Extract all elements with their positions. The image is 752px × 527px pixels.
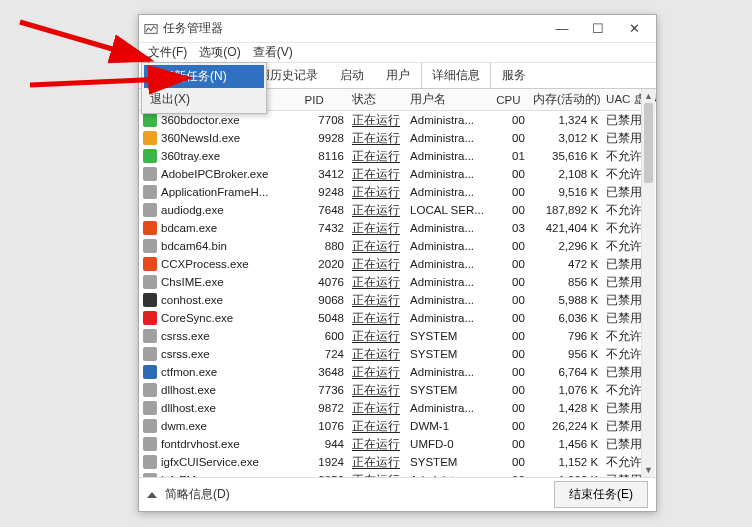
process-table-wrap: 名称 PID 状态 用户名 CPU 内存(活动的) UAC 虚拟化 360bdo… xyxy=(139,89,656,477)
process-name: 360bdoctor.exe xyxy=(161,112,240,128)
table-row[interactable]: ctfmon.exe3648正在运行Administra...006,764 K… xyxy=(139,363,656,381)
process-mem: 856 K xyxy=(529,273,602,291)
minimize-button[interactable]: — xyxy=(544,17,580,41)
process-status: 正在运行 xyxy=(348,381,406,399)
process-name: audiodg.exe xyxy=(161,202,224,218)
end-task-button[interactable]: 结束任务(E) xyxy=(554,481,648,508)
tab-startup[interactable]: 启动 xyxy=(329,62,375,88)
simple-info-toggle[interactable]: 简略信息(D) xyxy=(165,486,546,503)
menu-run-new-task[interactable]: 运行新任务(N) xyxy=(144,65,264,88)
expand-up-icon[interactable] xyxy=(147,492,157,498)
process-cpu: 00 xyxy=(492,327,529,345)
process-status: 正在运行 xyxy=(348,471,406,477)
table-row[interactable]: dwm.exe1076正在运行DWM-10026,224 K已禁用 xyxy=(139,417,656,435)
col-user[interactable]: 用户名 xyxy=(406,89,492,111)
process-cpu: 00 xyxy=(492,111,529,130)
tab-users[interactable]: 用户 xyxy=(375,62,421,88)
process-pid: 9068 xyxy=(301,291,348,309)
scrollbar-thumb[interactable] xyxy=(644,103,653,183)
process-user: Administra... xyxy=(406,183,492,201)
process-status: 正在运行 xyxy=(348,453,406,471)
process-user: Administra... xyxy=(406,291,492,309)
scroll-down-icon[interactable]: ▼ xyxy=(642,463,655,477)
table-row[interactable]: ChsIME.exe4076正在运行Administra...00856 K已禁… xyxy=(139,273,656,291)
process-name: bdcam.exe xyxy=(161,220,217,236)
close-button[interactable]: ✕ xyxy=(616,17,652,41)
process-mem: 421,404 K xyxy=(529,219,602,237)
process-status: 正在运行 xyxy=(348,129,406,147)
table-row[interactable]: AdobeIPCBroker.exe3412正在运行Administra...0… xyxy=(139,165,656,183)
table-row[interactable]: csrss.exe600正在运行SYSTEM00796 K不允许 xyxy=(139,327,656,345)
process-user: SYSTEM xyxy=(406,345,492,363)
col-status[interactable]: 状态 xyxy=(348,89,406,111)
process-mem: 1,996 K xyxy=(529,471,602,477)
process-user: Administra... xyxy=(406,399,492,417)
process-status: 正在运行 xyxy=(348,399,406,417)
menubar: 文件(F) 选项(O) 查看(V) 运行新任务(N) 退出(X) xyxy=(139,43,656,63)
process-user: UMFD-0 xyxy=(406,435,492,453)
menu-options[interactable]: 选项(O) xyxy=(194,43,245,62)
maximize-button[interactable]: ☐ xyxy=(580,17,616,41)
table-row[interactable]: CoreSync.exe5048正在运行Administra...006,036… xyxy=(139,309,656,327)
process-mem: 26,224 K xyxy=(529,417,602,435)
table-row[interactable]: igfxEM.exe3856正在运行Administra...001,996 K… xyxy=(139,471,656,477)
svg-line-1 xyxy=(20,22,150,60)
process-status: 正在运行 xyxy=(348,147,406,165)
process-icon xyxy=(143,257,157,271)
menu-exit[interactable]: 退出(X) xyxy=(144,88,264,111)
col-pid[interactable]: PID xyxy=(301,89,348,111)
table-row[interactable]: igfxCUIService.exe1924正在运行SYSTEM001,152 … xyxy=(139,453,656,471)
table-row[interactable]: conhost.exe9068正在运行Administra...005,988 … xyxy=(139,291,656,309)
table-row[interactable]: dllhost.exe7736正在运行SYSTEM001,076 K不允许 xyxy=(139,381,656,399)
process-user: Administra... xyxy=(406,147,492,165)
table-row[interactable]: fontdrvhost.exe944正在运行UMFD-0001,456 K已禁用 xyxy=(139,435,656,453)
process-name: fontdrvhost.exe xyxy=(161,436,240,452)
vertical-scrollbar[interactable]: ▲ ▼ xyxy=(641,89,655,477)
process-cpu: 00 xyxy=(492,183,529,201)
task-manager-window: 任务管理器 — ☐ ✕ 文件(F) 选项(O) 查看(V) 运行新任务(N) 退… xyxy=(138,14,657,512)
statusbar: 简略信息(D) 结束任务(E) xyxy=(139,477,656,511)
process-cpu: 00 xyxy=(492,435,529,453)
process-name: ChsIME.exe xyxy=(161,274,224,290)
process-icon xyxy=(143,131,157,145)
table-row[interactable]: ApplicationFrameH...9248正在运行Administra..… xyxy=(139,183,656,201)
process-user: Administra... xyxy=(406,471,492,477)
process-pid: 5048 xyxy=(301,309,348,327)
table-row[interactable]: CCXProcess.exe2020正在运行Administra...00472… xyxy=(139,255,656,273)
table-row[interactable]: 360tray.exe8116正在运行Administra...0135,616… xyxy=(139,147,656,165)
menu-view[interactable]: 查看(V) xyxy=(248,43,298,62)
process-icon xyxy=(143,401,157,415)
col-cpu[interactable]: CPU xyxy=(492,89,529,111)
process-cpu: 00 xyxy=(492,381,529,399)
table-row[interactable]: csrss.exe724正在运行SYSTEM00956 K不允许 xyxy=(139,345,656,363)
table-row[interactable]: 360NewsId.exe9928正在运行Administra...003,01… xyxy=(139,129,656,147)
table-row[interactable]: bdcam.exe7432正在运行Administra...03421,404 … xyxy=(139,219,656,237)
table-row[interactable]: audiodg.exe7648正在运行LOCAL SER...00187,892… xyxy=(139,201,656,219)
process-name: AdobeIPCBroker.exe xyxy=(161,166,268,182)
process-name: dwm.exe xyxy=(161,418,207,434)
process-user: Administra... xyxy=(406,165,492,183)
process-user: Administra... xyxy=(406,363,492,381)
tab-services[interactable]: 服务 xyxy=(491,62,537,88)
col-mem[interactable]: 内存(活动的) xyxy=(529,89,602,111)
process-mem: 1,076 K xyxy=(529,381,602,399)
tab-details[interactable]: 详细信息 xyxy=(421,62,491,88)
process-pid: 724 xyxy=(301,345,348,363)
process-user: DWM-1 xyxy=(406,417,492,435)
scroll-up-icon[interactable]: ▲ xyxy=(642,89,655,103)
menu-file[interactable]: 文件(F) xyxy=(143,43,192,62)
process-name: csrss.exe xyxy=(161,328,210,344)
process-status: 正在运行 xyxy=(348,363,406,381)
process-user: Administra... xyxy=(406,273,492,291)
file-menu-dropdown: 运行新任务(N) 退出(X) xyxy=(141,62,267,114)
process-icon xyxy=(143,455,157,469)
process-name: conhost.exe xyxy=(161,292,223,308)
process-user: SYSTEM xyxy=(406,453,492,471)
process-name: ctfmon.exe xyxy=(161,364,217,380)
process-cpu: 00 xyxy=(492,363,529,381)
table-row[interactable]: dllhost.exe9872正在运行Administra...001,428 … xyxy=(139,399,656,417)
process-mem: 2,296 K xyxy=(529,237,602,255)
table-row[interactable]: bdcam64.bin880正在运行Administra...002,296 K… xyxy=(139,237,656,255)
process-name: CoreSync.exe xyxy=(161,310,233,326)
process-status: 正在运行 xyxy=(348,183,406,201)
